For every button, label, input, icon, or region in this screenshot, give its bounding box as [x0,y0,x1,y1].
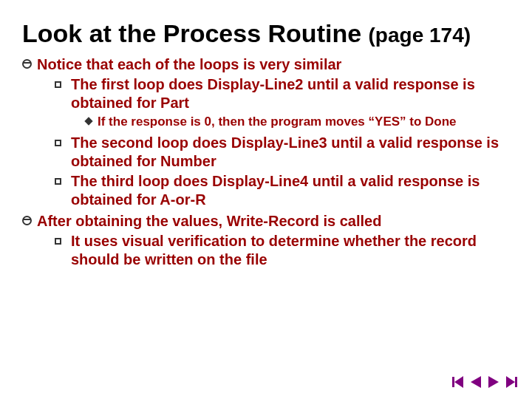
slide: Look at the Process Routine (page 174) N… [0,0,532,399]
nav-first-button[interactable] [451,375,466,389]
prev-icon [471,376,481,388]
first-icon [452,376,464,388]
nav-last-button[interactable] [504,375,519,389]
title-page-ref: (page 174) [369,24,471,47]
nav-controls [451,375,519,389]
nav-next-button[interactable] [486,375,501,389]
bullet-level2: The third loop does Display-Line4 until … [22,172,510,209]
title-main: Look at the Process Routine [22,19,369,47]
bullet-level1: Notice that each of the loops is very si… [22,55,510,74]
bullet-level1: After obtaining the values, Write-Record… [22,212,510,231]
bullet-level2: The second loop does Display-Line3 until… [22,134,510,171]
bullet-level2: It uses visual verification to determine… [22,232,510,269]
last-icon [505,376,517,388]
nav-prev-button[interactable] [468,375,483,389]
bullet-level2: The first loop does Display-Line2 until … [22,75,510,112]
bullet-level3: If the response is 0, then the program m… [22,114,510,129]
next-icon [488,376,499,388]
slide-body: Notice that each of the loops is very si… [22,55,510,269]
slide-title: Look at the Process Routine (page 174) [22,19,510,48]
